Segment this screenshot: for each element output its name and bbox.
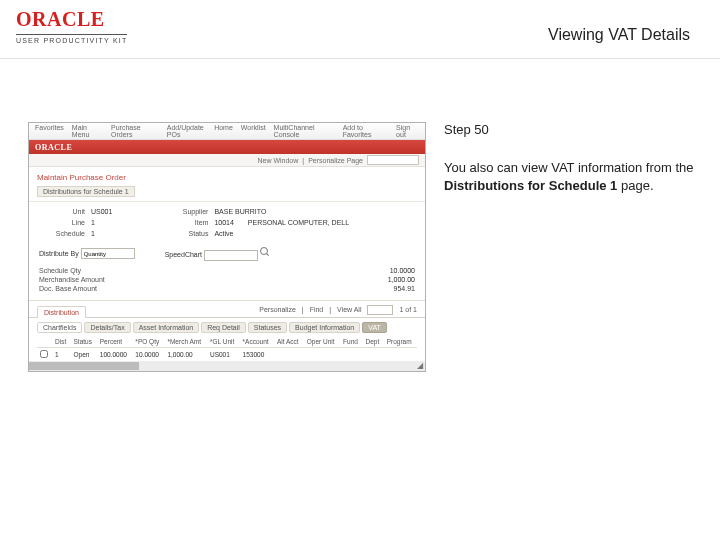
field-value: 1 xyxy=(91,230,95,237)
col-header: Fund xyxy=(340,336,362,348)
field-value: 10014 xyxy=(214,219,233,226)
mini-field-block: UnitUS001 Line1 Schedule1 SupplierBASE B… xyxy=(29,202,425,243)
cell xyxy=(384,347,417,361)
step-label: Step 50 xyxy=(444,122,702,137)
top-link[interactable]: Add to Favorites xyxy=(343,124,388,138)
cell: 100.0000 xyxy=(97,347,133,361)
table-row[interactable]: 1 Open 100.0000 10.0000 1,000.00 US001 1… xyxy=(37,347,417,361)
field-label: Schedule xyxy=(39,230,85,237)
top-link[interactable]: Sign out xyxy=(396,124,419,138)
brand-block: ORACLE USER PRODUCTIVITY KIT xyxy=(16,8,127,44)
field-label: Item xyxy=(162,219,208,226)
subbar-link[interactable]: New Window xyxy=(257,157,298,164)
grid-counter-box xyxy=(367,305,393,315)
cell xyxy=(274,347,304,361)
top-link[interactable]: Add/Update POs xyxy=(167,124,214,138)
top-link[interactable]: Favorites xyxy=(35,124,64,138)
subtab-vat[interactable]: VAT xyxy=(362,322,387,333)
subtab-asset-info[interactable]: Asset Information xyxy=(133,322,199,333)
cell: Open xyxy=(71,347,97,361)
search-box[interactable] xyxy=(367,155,419,165)
top-link[interactable]: Main Menu xyxy=(72,124,103,138)
col-header: Percent xyxy=(97,336,133,348)
mini-grid: Chartfields Details/Tax Asset Informatio… xyxy=(29,318,425,362)
grid-counter: 1 of 1 xyxy=(399,306,417,313)
header: ORACLE USER PRODUCTIVITY KIT Viewing VAT… xyxy=(0,0,720,62)
top-link[interactable]: MultiChannel Console xyxy=(274,124,335,138)
amount-label: Doc. Base Amount xyxy=(39,285,97,292)
cell xyxy=(340,347,362,361)
refresh-button[interactable]: Refresh xyxy=(117,372,160,373)
subtab-budget-info[interactable]: Budget Information xyxy=(289,322,360,333)
speedchart-input[interactable] xyxy=(204,250,258,261)
mini-subbar: New Window | Personalize Page xyxy=(29,154,425,167)
row-select-checkbox[interactable] xyxy=(40,350,48,358)
col-header: *Account xyxy=(240,336,274,348)
field-label: Status xyxy=(162,230,208,237)
col-header: *PO Qty xyxy=(132,336,164,348)
field-value-extra: PERSONAL COMPUTER, DELL xyxy=(248,219,349,226)
mini-amount-block: Schedule Qty10.0000 Merchandise Amount1,… xyxy=(29,265,425,301)
amount-label: Merchandise Amount xyxy=(39,276,105,283)
cancel-button[interactable]: Cancel xyxy=(71,372,111,373)
top-link[interactable]: Home xyxy=(214,124,233,138)
amount-value: 10.0000 xyxy=(390,267,415,274)
brand-subline: USER PRODUCTIVITY KIT xyxy=(16,34,127,44)
header-divider xyxy=(0,58,720,59)
distribution-grid: Dist Status Percent *PO Qty *Merch Amt *… xyxy=(37,336,417,362)
grid-link[interactable]: Find xyxy=(310,306,324,313)
page-title: Viewing VAT Details xyxy=(548,26,690,44)
col-header: *GL Unit xyxy=(207,336,240,348)
mini-subtabs: Chartfields Details/Tax Asset Informatio… xyxy=(37,322,417,333)
distribute-input[interactable] xyxy=(81,248,135,259)
cell: 10.0000 xyxy=(132,347,164,361)
mini-brandbar: ORACLE xyxy=(29,140,425,154)
col-header: *Merch Amt xyxy=(164,336,207,348)
col-header: Dist xyxy=(52,336,70,348)
top-link[interactable]: Purchase Orders xyxy=(111,124,159,138)
top-link[interactable]: Worklist xyxy=(241,124,266,138)
grid-link[interactable]: View All xyxy=(337,306,361,313)
grid-link[interactable]: Personalize xyxy=(259,306,296,313)
subtab-req-detail[interactable]: Req Detail xyxy=(201,322,246,333)
instruction-text: You also can view VAT information from t… xyxy=(444,159,702,194)
cell: 1,000.00 xyxy=(164,347,207,361)
col-header: Status xyxy=(71,336,97,348)
subbar-link[interactable]: Personalize Page xyxy=(308,157,363,164)
mini-inline-controls: Distribute By SpeedChart xyxy=(29,243,425,265)
brand-logo: ORACLE xyxy=(16,8,127,31)
scrollbar-thumb[interactable] xyxy=(29,362,139,370)
subtab-chartfields[interactable]: Chartfields xyxy=(37,322,82,333)
tab-distribution[interactable]: Distribution xyxy=(37,306,86,318)
field-label: Line xyxy=(39,219,85,226)
field-value: US001 xyxy=(91,208,112,215)
breadcrumb: Distributions for Schedule 1 xyxy=(37,186,135,197)
mini-topbar: Favorites Main Menu Purchase Orders Add/… xyxy=(29,123,425,140)
lookup-icon[interactable] xyxy=(260,247,270,257)
col-header: Program xyxy=(384,336,417,348)
col-header: Dept xyxy=(362,336,383,348)
mini-page-heading: Maintain Purchase Order xyxy=(29,167,425,184)
subtab-statuses[interactable]: Statuses xyxy=(248,322,287,333)
cell xyxy=(304,347,340,361)
cell xyxy=(362,347,383,361)
mini-brand-logo: ORACLE xyxy=(35,143,72,152)
field-value: Active xyxy=(214,230,233,237)
field-label: Unit xyxy=(39,208,85,215)
col-header: Oper Unit xyxy=(304,336,340,348)
amount-label: Schedule Qty xyxy=(39,267,81,274)
mini-breadcrumb-row: Distributions for Schedule 1 xyxy=(29,184,425,202)
cell: US001 xyxy=(207,347,240,361)
subtab-details-tax[interactable]: Details/Tax xyxy=(84,322,130,333)
speedchart-label: SpeedChart xyxy=(165,251,202,258)
field-label: Supplier xyxy=(162,208,208,215)
amount-value: 954.91 xyxy=(394,285,415,292)
horizontal-scrollbar[interactable]: ◢ xyxy=(29,361,425,371)
col-header: Alt Acct xyxy=(274,336,304,348)
amount-value: 1,000.00 xyxy=(388,276,415,283)
scrollbar-resize-icon: ◢ xyxy=(417,361,423,370)
mini-main-tabs: Distribution Personalize| Find| View All… xyxy=(29,301,425,318)
field-value: BASE BURRITO xyxy=(214,208,266,215)
field-value: 1 xyxy=(91,219,95,226)
ok-button[interactable]: OK xyxy=(37,372,65,373)
